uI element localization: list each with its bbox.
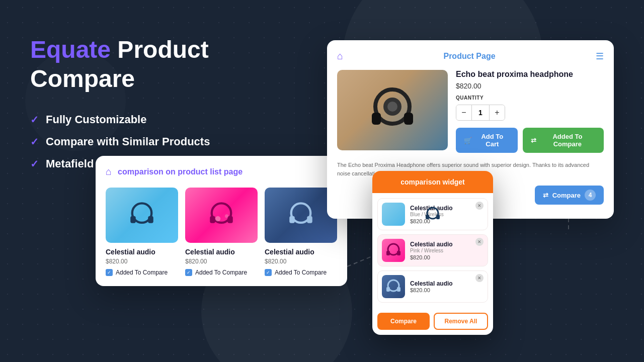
add-to-cart-button[interactable]: 🛒 Add To Cart xyxy=(456,128,518,153)
checkbox-checked-2: ✓ xyxy=(185,269,192,276)
pp-headphone-svg xyxy=(360,77,425,143)
widget-item-price-2: $820.00 xyxy=(410,254,484,260)
widget-item-image-1 xyxy=(382,203,405,226)
compare-btn-label: Added To Compare xyxy=(539,133,596,148)
card-header-left: ⌂ comparison on product list page xyxy=(106,166,243,177)
check-icon-2: ✓ xyxy=(30,136,39,148)
product-price-2: $820.00 xyxy=(185,258,258,265)
widget-item-info-3: Celestial audio $820.00 xyxy=(410,280,484,293)
svg-rect-4 xyxy=(130,216,136,223)
card-header: ⌂ comparison on product list page ☰ xyxy=(106,166,337,177)
widget-item-variant-2: Pink / Wireless xyxy=(410,248,484,253)
quantity-increase-button[interactable]: + xyxy=(490,105,505,120)
headphone-svg-pink xyxy=(204,198,239,233)
pp-product-details: Echo beat proxima headphone $820.00 QUAN… xyxy=(456,70,604,153)
widget-item-close-2[interactable]: ✕ xyxy=(475,238,484,246)
headphone-svg-darkblue xyxy=(283,198,318,233)
home-icon[interactable]: ⌂ xyxy=(106,166,112,177)
product-item-2: Celestial audio $820.00 ✓ Added To Compa… xyxy=(185,188,258,276)
svg-rect-26 xyxy=(386,287,390,292)
compare-count-badge: 4 xyxy=(585,190,596,201)
svg-rect-23 xyxy=(386,251,390,255)
feature-label-2: Compare with Similar Products xyxy=(46,135,210,148)
cart-icon: 🛒 xyxy=(464,137,472,144)
svg-rect-21 xyxy=(436,215,440,219)
pp-content: Echo beat proxima headphone $820.00 QUAN… xyxy=(337,70,604,153)
compare-arrows-icon: ⇄ xyxy=(543,192,548,199)
svg-rect-16 xyxy=(404,113,413,125)
product-list-card: ⌂ comparison on product list page ☰ Cele… xyxy=(96,156,347,286)
widget-item-variant-1: Blue / Wireless xyxy=(410,212,484,217)
widget-item-image-2 xyxy=(382,239,405,262)
widget-headphone-1 xyxy=(423,204,443,224)
pp-quantity-control: − 1 + xyxy=(456,105,505,121)
product-image-blue xyxy=(106,188,178,243)
widget-item-price-3: $820.00 xyxy=(410,287,484,293)
compare-bar-label: Compare xyxy=(552,192,581,199)
check-icon-1: ✓ xyxy=(30,114,39,126)
pp-product-name: Echo beat proxima headphone xyxy=(456,70,604,79)
widget-title: comparison widget xyxy=(380,178,485,186)
widget-compare-button[interactable]: Compare xyxy=(377,313,430,330)
widget-item-close-1[interactable]: ✕ xyxy=(475,202,484,210)
title-highlight: Equate xyxy=(30,36,111,63)
compare-checkbox-2[interactable]: ✓ Added To Compare xyxy=(185,269,258,276)
quantity-decrease-button[interactable]: − xyxy=(456,105,471,120)
widget-item-close-3[interactable]: ✕ xyxy=(475,274,484,282)
card-title: comparison on product list page xyxy=(118,167,243,176)
product-image-darkblue xyxy=(265,188,337,243)
widget-item-image-3 xyxy=(382,275,405,298)
cart-btn-label: Add To Cart xyxy=(475,133,510,148)
feature-item-2: ✓ Compare with Similar Products xyxy=(30,135,307,148)
compare-checkbox-3[interactable]: ✓ Added To Compare xyxy=(265,269,337,276)
widget-item-2: Celestial audio Pink / Wireless $820.00 … xyxy=(377,234,488,266)
svg-point-10 xyxy=(225,214,228,218)
added-to-compare-button[interactable]: ⇄ Added To Compare xyxy=(523,128,604,153)
pp-action-buttons: 🛒 Add To Cart ⇄ Added To Compare xyxy=(456,128,604,153)
widget-footer: Compare Remove All xyxy=(372,308,493,335)
pp-hamburger-icon[interactable]: ☰ xyxy=(596,51,604,62)
svg-rect-15 xyxy=(372,113,381,125)
feature-item-1: ✓ Fully Customizable xyxy=(30,113,307,126)
svg-point-9 xyxy=(215,216,221,222)
product-image-pink xyxy=(185,188,258,243)
compare-label-3: Added To Compare xyxy=(275,269,327,276)
svg-rect-5 xyxy=(148,216,153,223)
compare-label-1: Added To Compare xyxy=(116,269,168,276)
widget-item-name-1: Celestial audio xyxy=(410,205,484,212)
checkbox-checked-3: ✓ xyxy=(265,269,272,276)
svg-rect-12 xyxy=(289,216,295,223)
svg-rect-13 xyxy=(307,216,312,223)
svg-rect-24 xyxy=(397,251,400,255)
widget-remove-all-button[interactable]: Remove All xyxy=(434,313,488,330)
svg-rect-8 xyxy=(227,216,233,223)
svg-point-18 xyxy=(387,102,397,112)
svg-rect-20 xyxy=(426,215,429,219)
products-grid: Celestial audio $820.00 ✓ Added To Compa… xyxy=(106,188,337,276)
widget-headphone-3 xyxy=(383,277,404,297)
hero-panel: Equate Product Compare ✓ Fully Customiza… xyxy=(30,35,307,170)
compare-checkbox-1[interactable]: ✓ Added To Compare xyxy=(106,269,178,276)
widget-headphone-2 xyxy=(383,240,404,260)
svg-rect-27 xyxy=(397,287,400,292)
pp-quantity-label: QUANTITY xyxy=(456,95,604,101)
product-name-1: Celestial audio xyxy=(106,248,178,256)
pp-title: Product Page xyxy=(443,52,495,61)
compare-count-button[interactable]: ⇄ Compare 4 xyxy=(535,186,604,205)
product-item-1: Celestial audio $820.00 ✓ Added To Compa… xyxy=(106,188,178,276)
widget-item-1: Celestial audio Blue / Wireless $820.00 … xyxy=(377,198,488,230)
widget-item-info-1: Celestial audio Blue / Wireless $820.00 xyxy=(410,205,484,224)
widget-item-name-2: Celestial audio xyxy=(410,241,484,248)
widget-header: comparison widget xyxy=(372,171,493,193)
product-price-3: $820.00 xyxy=(265,258,337,265)
main-title: Equate Product Compare xyxy=(30,35,307,93)
product-name-3: Celestial audio xyxy=(265,248,337,256)
pp-product-price: $820.00 xyxy=(456,82,604,90)
pp-home-icon[interactable]: ⌂ xyxy=(337,50,343,62)
checkbox-checked-1: ✓ xyxy=(106,269,113,276)
compare-label-2: Added To Compare xyxy=(195,269,247,276)
svg-rect-7 xyxy=(210,216,215,223)
compare-icon: ⇄ xyxy=(531,137,536,144)
pp-header: ⌂ Product Page ☰ xyxy=(337,50,604,62)
product-price-1: $820.00 xyxy=(106,258,178,265)
